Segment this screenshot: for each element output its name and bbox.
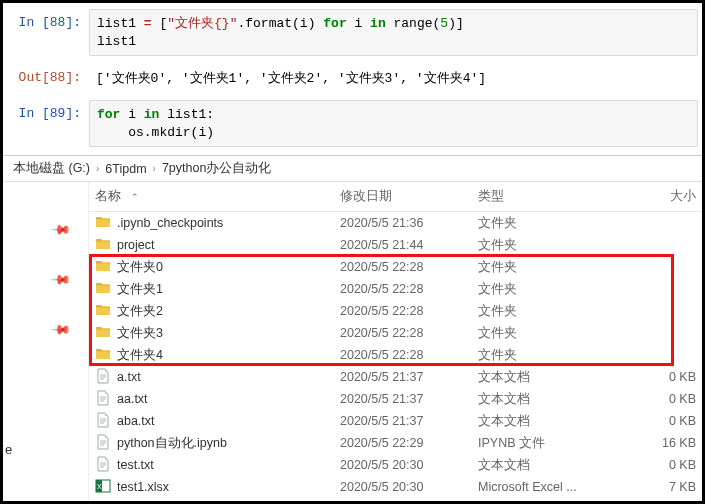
prompt-out-88: Out[88]:	[7, 64, 89, 92]
folder-icon	[95, 258, 111, 277]
col-name-label[interactable]: 名称	[95, 188, 121, 205]
folder-icon	[95, 302, 111, 321]
explorer-sidebar: 📌 📌 📌 e	[3, 182, 89, 504]
file-type: 文本文档	[472, 413, 588, 430]
file-row[interactable]: python自动化.ipynb2020/5/5 22:29IPYNB 文件16 …	[89, 432, 702, 454]
file-date: 2020/5/5 21:44	[334, 238, 472, 252]
svg-text:X: X	[97, 483, 102, 490]
prompt-in-88: In [88]:	[7, 9, 89, 56]
file-row[interactable]: test.txt2020/5/5 20:30文本文档0 KB	[89, 454, 702, 476]
pin-icon[interactable]: 📌	[50, 219, 72, 241]
jupyter-notebook: In [88]: list1 = ["文件夹{}".format(i) for …	[3, 3, 702, 147]
file-type: 文件夹	[472, 303, 588, 320]
file-name: test1.xlsx	[117, 480, 169, 494]
folder-icon	[95, 214, 111, 233]
file-name: aa.txt	[117, 392, 148, 406]
file-explorer: 本地磁盘 (G:)›6Tipdm›7python办公自动化 📌 📌 📌 e 名称…	[3, 155, 702, 504]
breadcrumb-item[interactable]: 7python办公自动化	[160, 160, 273, 177]
col-date-label[interactable]: 修改日期	[334, 188, 472, 205]
file-date: 2020/5/5 20:30	[334, 458, 472, 472]
file-type: 文本文档	[472, 369, 588, 386]
cell-in-88: In [88]: list1 = ["文件夹{}".format(i) for …	[7, 9, 698, 56]
code-in-88[interactable]: list1 = ["文件夹{}".format(i) for i in rang…	[89, 9, 698, 56]
file-row[interactable]: aba.txt2020/5/5 21:37文本文档0 KB	[89, 410, 702, 432]
file-name: a.txt	[117, 370, 141, 384]
file-date: 2020/5/5 22:28	[334, 282, 472, 296]
file-type: Microsoft Excel ...	[472, 480, 588, 494]
txt-icon	[95, 390, 111, 409]
file-row[interactable]: 文件夹02020/5/5 22:28文件夹	[89, 256, 702, 278]
file-name: python自动化.ipynb	[117, 435, 227, 452]
txt-icon	[95, 412, 111, 431]
file-type: 文本文档	[472, 391, 588, 408]
output-out-88: ['文件夹0', '文件夹1', '文件夹2', '文件夹3', '文件夹4']	[89, 64, 698, 92]
txt-icon	[95, 456, 111, 475]
file-type: 文件夹	[472, 325, 588, 342]
file-size: 0 KB	[588, 392, 702, 406]
file-date: 2020/5/5 22:28	[334, 304, 472, 318]
file-name: 文件夹2	[117, 303, 163, 320]
chevron-right-icon: ›	[92, 163, 103, 174]
folder-icon	[95, 236, 111, 255]
file-row[interactable]: 文件夹22020/5/5 22:28文件夹	[89, 300, 702, 322]
file-row[interactable]: .ipynb_checkpoints2020/5/5 21:36文件夹	[89, 212, 702, 234]
file-name: 文件夹3	[117, 325, 163, 342]
file-size: 0 KB	[588, 370, 702, 384]
file-row[interactable]: 文件夹12020/5/5 22:28文件夹	[89, 278, 702, 300]
pin-icon[interactable]: 📌	[50, 319, 72, 341]
cell-in-89: In [89]: for i in list1: os.mkdir(i)	[7, 100, 698, 147]
file-name: 文件夹4	[117, 347, 163, 364]
file-type: 文件夹	[472, 281, 588, 298]
folder-icon	[95, 280, 111, 299]
file-size: 0 KB	[588, 458, 702, 472]
file-type: 文件夹	[472, 259, 588, 276]
file-name: 文件夹1	[117, 281, 163, 298]
file-row[interactable]: project2020/5/5 21:44文件夹	[89, 234, 702, 256]
cell-out-88: Out[88]: ['文件夹0', '文件夹1', '文件夹2', '文件夹3'…	[7, 64, 698, 92]
col-type-label[interactable]: 类型	[472, 188, 588, 205]
file-row[interactable]: 文件夹42020/5/5 22:28文件夹	[89, 344, 702, 366]
breadcrumb[interactable]: 本地磁盘 (G:)›6Tipdm›7python办公自动化	[3, 156, 702, 182]
sort-caret-icon: ⌃	[131, 192, 139, 202]
breadcrumb-item[interactable]: 6Tipdm	[103, 162, 148, 176]
prompt-in-89: In [89]:	[7, 100, 89, 147]
file-name: test.txt	[117, 458, 154, 472]
file-date: 2020/5/5 21:37	[334, 414, 472, 428]
folder-icon	[95, 324, 111, 343]
ipynb-icon	[95, 434, 111, 453]
file-list: 名称⌃ 修改日期 类型 大小 .ipynb_checkpoints2020/5/…	[89, 182, 702, 504]
file-name: project	[117, 238, 155, 252]
chevron-right-icon: ›	[149, 163, 160, 174]
file-row[interactable]: a.txt2020/5/5 21:37文本文档0 KB	[89, 366, 702, 388]
file-name: .ipynb_checkpoints	[117, 216, 223, 230]
file-size: 0 KB	[588, 414, 702, 428]
file-size: 7 KB	[588, 480, 702, 494]
file-type: 文件夹	[472, 215, 588, 232]
file-date: 2020/5/5 20:30	[334, 480, 472, 494]
column-headers[interactable]: 名称⌃ 修改日期 类型 大小	[89, 182, 702, 212]
folder-icon	[95, 346, 111, 365]
file-date: 2020/5/5 22:28	[334, 260, 472, 274]
file-date: 2020/5/5 22:28	[334, 348, 472, 362]
txt-icon	[95, 368, 111, 387]
file-date: 2020/5/5 21:37	[334, 392, 472, 406]
breadcrumb-item[interactable]: 本地磁盘 (G:)	[11, 160, 92, 177]
col-size-label[interactable]: 大小	[588, 188, 702, 205]
file-row[interactable]: 文件夹32020/5/5 22:28文件夹	[89, 322, 702, 344]
xlsx-icon: X	[95, 478, 111, 497]
file-name: 文件夹0	[117, 259, 163, 276]
file-name: aba.txt	[117, 414, 155, 428]
code-in-89[interactable]: for i in list1: os.mkdir(i)	[89, 100, 698, 147]
file-date: 2020/5/5 21:37	[334, 370, 472, 384]
file-row[interactable]: Xtest1.xlsx2020/5/5 20:30Microsoft Excel…	[89, 476, 702, 498]
file-size: 16 KB	[588, 436, 702, 450]
file-type: 文本文档	[472, 457, 588, 474]
pin-icon[interactable]: 📌	[50, 269, 72, 291]
file-type: IPYNB 文件	[472, 435, 588, 452]
file-row[interactable]: aa.txt2020/5/5 21:37文本文档0 KB	[89, 388, 702, 410]
file-date: 2020/5/5 22:29	[334, 436, 472, 450]
file-type: 文件夹	[472, 237, 588, 254]
file-date: 2020/5/5 21:36	[334, 216, 472, 230]
file-type: 文件夹	[472, 347, 588, 364]
stray-char: e	[5, 442, 12, 457]
